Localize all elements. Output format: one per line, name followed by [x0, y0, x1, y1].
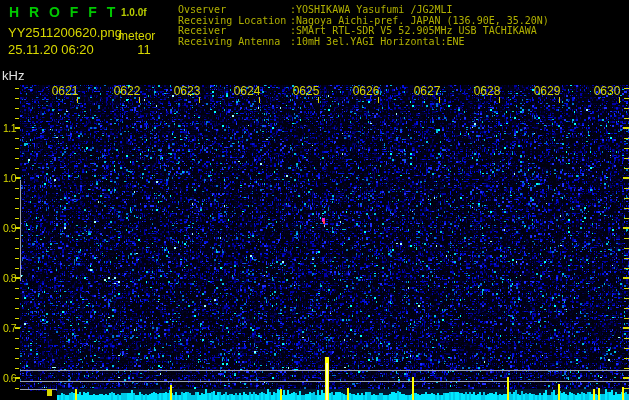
- x-tick-label: 0625: [284, 84, 328, 98]
- hrofft-window: H R O F F T 1.0.0f YY2511200620.png mete…: [0, 0, 629, 400]
- y-tick-label: 0.7: [0, 322, 16, 334]
- info-label: Ovserver: [178, 5, 290, 16]
- info-value: :SMArt RTL-SDR V5 52.905MHz USB TACHIKAW…: [290, 25, 537, 36]
- info-label: Receiver: [178, 26, 290, 37]
- app-version: 1.0.0f: [121, 7, 147, 18]
- info-value: :10mH 3el.YAGI Horizontal:ENE: [290, 36, 465, 47]
- x-tick-label: 0630: [585, 84, 629, 98]
- x-tick-label: 0623: [165, 84, 209, 98]
- y-axis-unit-label: kHz: [2, 68, 24, 83]
- meteor-count: 11: [126, 42, 162, 57]
- app-title: H R O F F T: [9, 4, 118, 20]
- x-tick-label: 0627: [405, 84, 449, 98]
- x-tick-label: 0626: [344, 84, 388, 98]
- mode-label: meteor: [118, 29, 155, 43]
- info-value: :YOSHIKAWA Yasufumi /JG2MLI: [290, 4, 453, 15]
- observation-datetime: 25.11.20 06:20: [8, 42, 94, 57]
- x-tick-label: 0621: [43, 84, 87, 98]
- y-tick-label: 0.6: [0, 372, 16, 384]
- y-tick-label: 1.1: [0, 122, 16, 134]
- y-tick-label: 0.9: [0, 222, 16, 234]
- x-tick-label: 0624: [225, 84, 269, 98]
- y-tick-label: 0.8: [0, 272, 16, 284]
- observer-info-block: Ovserver:YOSHIKAWA Yasufumi /JG2MLIRecei…: [178, 5, 549, 47]
- output-filename: YY2511200620.png: [8, 25, 122, 40]
- y-tick-label: 1.0: [0, 172, 16, 184]
- x-tick-label: 0622: [105, 84, 149, 98]
- observer-info-line: Receiving Antenna:10mH 3el.YAGI Horizont…: [178, 37, 549, 48]
- spectrogram-canvas: [0, 0, 629, 400]
- info-label: Receiving Antenna: [178, 37, 290, 48]
- x-tick-label: 0629: [525, 84, 569, 98]
- info-value: :Nagoya Aichi-pref. JAPAN (136.90E, 35.2…: [290, 15, 549, 26]
- x-tick-label: 0628: [465, 84, 509, 98]
